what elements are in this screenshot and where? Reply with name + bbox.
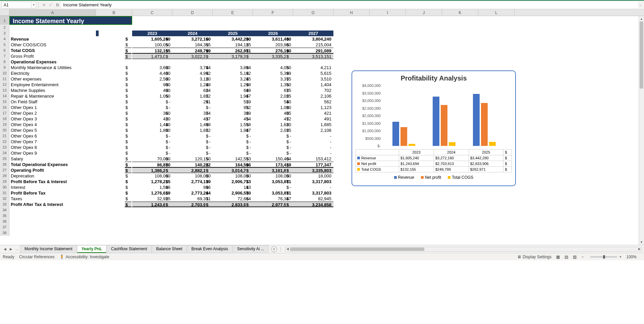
- cell-value-r23-c4[interactable]: -: [293, 145, 333, 150]
- row-label-23[interactable]: Other Opex 8: [9, 145, 96, 150]
- row-label-29[interactable]: Profit Before Tax & Interest: [9, 179, 96, 184]
- year-header-2024[interactable]: 2024: [172, 31, 213, 36]
- sheet-tab-sensitivity-ai-[interactable]: Sensitivity Ai ...: [233, 245, 269, 253]
- sheet-tab-balance-sheet[interactable]: Balance Sheet: [152, 245, 187, 253]
- row-header-8[interactable]: 8: [0, 59, 9, 65]
- row-header-7[interactable]: 7: [0, 53, 9, 59]
- zoom-level[interactable]: 100%: [626, 255, 637, 259]
- row-header-15[interactable]: 15: [0, 99, 9, 105]
- year-header-2026[interactable]: 2026: [253, 31, 293, 36]
- column-header-J[interactable]: J: [406, 9, 442, 16]
- cell-value-r29-c4[interactable]: 3,317,803: [293, 179, 333, 184]
- column-header-H[interactable]: H: [333, 9, 370, 16]
- cell-value-r4-c4[interactable]: 3,804,240: [293, 36, 333, 42]
- row-header-20[interactable]: 20: [0, 127, 9, 133]
- row-label-13[interactable]: Machine Supplies: [9, 88, 96, 93]
- cell-value-r20-c4[interactable]: 2,106: [293, 127, 333, 133]
- row-label-25[interactable]: Salary: [9, 156, 96, 162]
- vertical-scrollbar[interactable]: ▲ ▼: [639, 16, 644, 245]
- cell-value-r15-c4[interactable]: 562: [293, 99, 333, 105]
- horizontal-scrollbar[interactable]: ◀ ▶: [285, 247, 642, 252]
- year-header-2025[interactable]: 2025: [213, 31, 253, 36]
- row-label-14[interactable]: Repair & Maintenance: [9, 93, 96, 99]
- cell-value-r19-c4[interactable]: 1,685: [293, 122, 333, 127]
- column-header-I[interactable]: I: [370, 9, 406, 16]
- row-label-16[interactable]: Other Opex 1: [9, 105, 96, 110]
- row-label-27[interactable]: Operating Profit: [9, 167, 96, 173]
- zoom-slider[interactable]: [590, 256, 617, 258]
- tab-nav-prev[interactable]: ◀: [2, 246, 8, 252]
- cell-value-r32-c4[interactable]: 82,945: [293, 196, 333, 202]
- cell-value-r24-c4[interactable]: -: [293, 150, 333, 156]
- column-header-F[interactable]: F: [253, 9, 293, 16]
- row-label-21[interactable]: Other Opex 6: [9, 133, 96, 139]
- view-normal-button[interactable]: ▦: [556, 255, 560, 259]
- cell-value-r25-c4[interactable]: 153,412: [293, 156, 333, 162]
- row-label-5[interactable]: Other COGS/COS: [9, 42, 96, 48]
- sheet-tab-break-even-analysis[interactable]: Break Even Analysis: [187, 245, 232, 253]
- cell-value-r11-c4[interactable]: 3,510: [293, 76, 333, 82]
- row-header-21[interactable]: 21: [0, 133, 9, 139]
- tab-nav-more[interactable]: …: [14, 246, 20, 252]
- row-header-27[interactable]: 27: [0, 167, 9, 173]
- cell-value-r12-c4[interactable]: 1,404: [293, 82, 333, 88]
- cell-value-r18-c4[interactable]: 491: [293, 116, 333, 122]
- row-header-19[interactable]: 19: [0, 122, 9, 127]
- row-label-26[interactable]: Total Operational Expenses: [9, 162, 96, 167]
- row-label-28[interactable]: Deprecation: [9, 173, 96, 179]
- column-header-B[interactable]: B: [96, 9, 132, 16]
- row-label-22[interactable]: Other Opex 7: [9, 139, 96, 145]
- sheet-tab-yearly-pnl[interactable]: Yearly PnL: [77, 245, 106, 253]
- status-accessibility[interactable]: 🧍 Accessibility: Investigate: [59, 255, 109, 259]
- row-header-26[interactable]: 26: [0, 162, 9, 167]
- cell-a1-title[interactable]: Income Statement Yearly: [9, 16, 132, 25]
- fx-label[interactable]: fx: [56, 3, 59, 7]
- cells-container[interactable]: Income Statement Yearly20232024202520262…: [9, 16, 644, 236]
- column-header-D[interactable]: D: [172, 9, 213, 16]
- row-header-9[interactable]: 9: [0, 65, 9, 70]
- row-header-11[interactable]: 11: [0, 76, 9, 82]
- row-header-12[interactable]: 12: [0, 82, 9, 88]
- tab-nav-next[interactable]: ▶: [8, 246, 14, 252]
- view-page-break-button[interactable]: ▧: [573, 255, 577, 259]
- cell-value-r30-c4[interactable]: -: [293, 184, 333, 190]
- row-header-30[interactable]: 30: [0, 184, 9, 190]
- row-label-33[interactable]: Profit After Tax & Interest: [9, 202, 96, 207]
- year-header-2023[interactable]: 2023: [132, 31, 172, 36]
- cell-value-r9-c4[interactable]: 4,211: [293, 65, 333, 70]
- row-header-3[interactable]: 3: [0, 31, 9, 36]
- row-header-16[interactable]: 16: [0, 105, 9, 110]
- row-header-36[interactable]: 36: [0, 219, 9, 224]
- row-header-10[interactable]: 10: [0, 70, 9, 76]
- cell-value-r26-c4[interactable]: 177,347: [293, 162, 333, 167]
- enter-icon[interactable]: ✓: [47, 2, 54, 8]
- row-header-18[interactable]: 18: [0, 116, 9, 122]
- cell-value-r31-c4[interactable]: 3,317,803: [293, 190, 333, 196]
- row-header-22[interactable]: 22: [0, 139, 9, 145]
- row-label-17[interactable]: Other Opex 2: [9, 110, 96, 116]
- row-header-14[interactable]: 14: [0, 93, 9, 99]
- column-header-L[interactable]: L: [478, 9, 515, 16]
- row-header-32[interactable]: 32: [0, 196, 9, 202]
- cell-value-r5-c4[interactable]: 215,004: [293, 42, 333, 48]
- formula-bar-expand[interactable]: ⌄: [638, 2, 643, 8]
- column-header-A[interactable]: A: [9, 9, 96, 16]
- row-label-18[interactable]: Other Opex 3: [9, 116, 96, 122]
- name-box[interactable]: A1: [1, 2, 32, 8]
- cell-value-r33-c4[interactable]: 3,234,858: [293, 202, 333, 207]
- row-label-6[interactable]: Total COGS: [9, 48, 96, 53]
- zoom-out-button[interactable]: −: [581, 255, 584, 259]
- row-header-34[interactable]: 34: [0, 207, 9, 213]
- name-box-dropdown[interactable]: ▼: [32, 2, 36, 8]
- row-header-6[interactable]: 6: [0, 48, 9, 53]
- row-label-10[interactable]: Electricity: [9, 70, 96, 76]
- zoom-in-button[interactable]: +: [619, 255, 622, 259]
- cell-value-r22-c4[interactable]: -: [293, 139, 333, 145]
- cell-value-r6-c4[interactable]: 291,089: [293, 48, 333, 53]
- cancel-icon[interactable]: ✕: [41, 2, 47, 8]
- row-label-12[interactable]: Employee Entertainment: [9, 82, 96, 88]
- cell-value-r14-c4[interactable]: 2,106: [293, 93, 333, 99]
- row-header-1[interactable]: 1: [0, 16, 9, 25]
- row-label-31[interactable]: Profit Before Tax: [9, 190, 96, 196]
- year-header-2027[interactable]: 2027: [293, 31, 333, 36]
